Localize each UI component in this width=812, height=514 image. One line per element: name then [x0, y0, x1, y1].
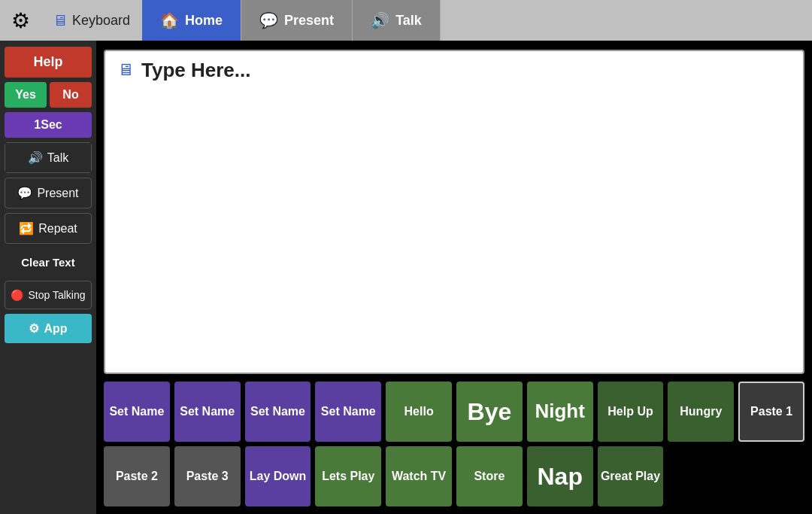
onesec-button[interactable]: 1Sec	[5, 112, 92, 138]
tab-home-label: Home	[185, 13, 223, 29]
stop-talking-label: Stop Talking	[28, 289, 85, 301]
talk-button-inner[interactable]: 🔊 Talk	[5, 143, 91, 172]
repeat-button-inner[interactable]: 🔁 Repeat	[5, 213, 92, 244]
help-up-button[interactable]: Help Up	[598, 382, 664, 442]
store-button[interactable]: Store	[456, 446, 523, 506]
repeat-label: Repeat	[38, 222, 77, 236]
set-name-3-button[interactable]: Set Name	[245, 382, 311, 442]
set-name-1-button[interactable]: Set Name	[104, 382, 170, 442]
yes-no-row: Yes No	[5, 82, 92, 108]
content-area: 🖥 Type Here... Set Name Set Name Set Nam…	[96, 41, 812, 514]
keyboard-label: Keyboard	[72, 13, 130, 29]
talk-tab-icon: 🔊	[371, 11, 389, 29]
paste-1-button[interactable]: Paste 1	[738, 382, 804, 442]
night-button[interactable]: Night	[527, 382, 593, 442]
button-grid: Set Name Set Name Set Name Set Name Hell…	[104, 382, 804, 506]
great-play-button[interactable]: Great Play	[598, 446, 664, 506]
text-area-placeholder: Type Here...	[141, 59, 250, 82]
bye-button[interactable]: Bye	[456, 382, 523, 442]
stop-talking-button[interactable]: 🔴 Stop Talking	[5, 281, 92, 309]
tab-present-label: Present	[284, 13, 334, 29]
set-name-2-button[interactable]: Set Name	[174, 382, 241, 442]
text-area-icon: 🖥	[117, 60, 134, 80]
lets-play-button[interactable]: Lets Play	[315, 446, 381, 506]
app-label: App	[44, 322, 67, 336]
lay-down-button[interactable]: Lay Down	[245, 446, 311, 506]
talk-button[interactable]: 🔊 Talk	[5, 142, 92, 173]
clear-text-button[interactable]: Clear Text	[5, 248, 92, 276]
present-button[interactable]: 💬 Present	[5, 178, 92, 208]
repeat-icon: 🔁	[19, 221, 34, 236]
keyboard-button[interactable]: 🖥 Keyboard	[41, 0, 142, 41]
app-icon: ⚙	[29, 321, 39, 336]
sidebar: Help Yes No 1Sec 🔊 Talk 💬 Present 🔁 Repe…	[0, 41, 96, 514]
settings-button[interactable]: ⚙	[0, 0, 41, 41]
talk-sidebar-icon: 🔊	[28, 151, 43, 165]
stop-talking-icon: 🔴	[11, 289, 23, 301]
paste-3-button[interactable]: Paste 3	[174, 446, 241, 506]
repeat-button[interactable]: 🔁 Repeat	[5, 213, 92, 244]
yes-button[interactable]: Yes	[5, 82, 47, 108]
settings-icon: ⚙	[11, 8, 30, 33]
paste-2-button[interactable]: Paste 2	[104, 446, 170, 506]
text-display-area[interactable]: 🖥 Type Here...	[104, 50, 804, 374]
main-layout: Help Yes No 1Sec 🔊 Talk 💬 Present 🔁 Repe…	[0, 41, 812, 514]
tab-home[interactable]: 🏠 Home	[142, 0, 241, 41]
talk-sidebar-label: Talk	[47, 151, 68, 165]
topbar: ⚙ 🖥 Keyboard 🏠 Home 💬 Present 🔊 Talk	[0, 0, 812, 41]
home-icon: 🏠	[160, 11, 179, 29]
app-button[interactable]: ⚙ App	[5, 314, 92, 343]
hello-button[interactable]: Hello	[386, 382, 452, 442]
present-sidebar-label: Present	[37, 187, 78, 200]
keyboard-icon: 🖥	[53, 12, 68, 29]
tab-talk[interactable]: 🔊 Talk	[353, 0, 441, 41]
present-tab-icon: 💬	[259, 11, 278, 29]
tab-present[interactable]: 💬 Present	[241, 0, 353, 41]
no-button[interactable]: No	[50, 82, 92, 108]
watch-tv-button[interactable]: Watch TV	[386, 446, 452, 506]
stop-talking-button-inner[interactable]: 🔴 Stop Talking	[5, 281, 92, 309]
present-sidebar-icon: 💬	[17, 186, 32, 200]
set-name-4-button[interactable]: Set Name	[315, 382, 381, 442]
present-button-inner[interactable]: 💬 Present	[5, 178, 92, 208]
nap-button[interactable]: Nap	[527, 446, 593, 506]
tab-talk-label: Talk	[395, 13, 422, 29]
help-button[interactable]: Help	[5, 47, 92, 78]
hungry-button[interactable]: Hungry	[668, 382, 734, 442]
